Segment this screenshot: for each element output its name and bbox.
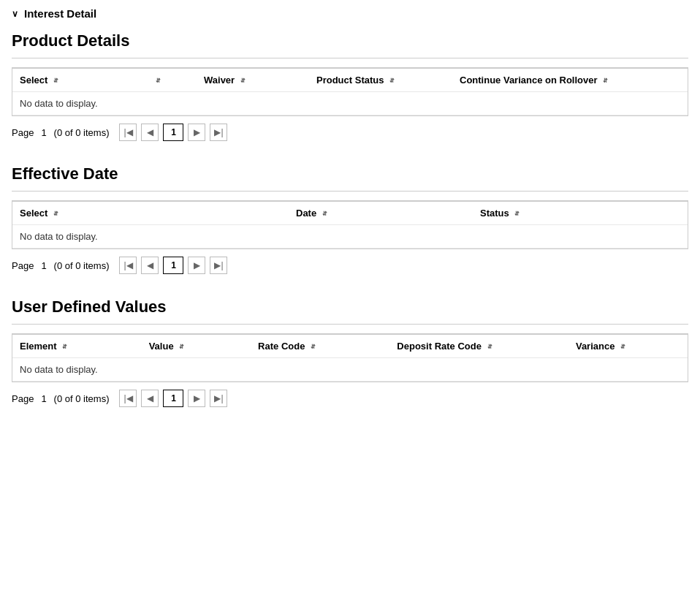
- effective-date-section: Effective Date Select ⇵ Date ⇵ Status ⇵: [12, 164, 688, 283]
- user-defined-values-pagination: Page 1 (0 of 0 items) |◀ ◀ 1 ▶ ▶|: [12, 385, 688, 416]
- user-defined-values-section: User Defined Values Element ⇵ Value ⇵ Ra…: [12, 297, 688, 416]
- product-details-last-page-button[interactable]: ▶|: [210, 124, 227, 141]
- sort-icon-variance-udv[interactable]: ⇵: [620, 344, 625, 350]
- col-header-select-ed[interactable]: Select ⇵: [12, 202, 289, 225]
- col-header-variance-udv[interactable]: Variance ⇵: [568, 335, 688, 358]
- col-header-element[interactable]: Element ⇵: [12, 335, 142, 358]
- effective-date-no-data-row: No data to display.: [12, 225, 688, 249]
- effective-date-current-page-button[interactable]: 1: [163, 257, 183, 274]
- sort-icon-waiver[interactable]: ⇵: [240, 78, 246, 84]
- user-defined-values-table-container: Element ⇵ Value ⇵ Rate Code ⇵ Deposit Ra…: [12, 333, 688, 382]
- col-header-spacer[interactable]: ⇵: [145, 69, 197, 92]
- effective-date-table: Select ⇵ Date ⇵ Status ⇵ No data to disp…: [12, 201, 688, 249]
- product-details-page-number: 1: [41, 127, 46, 138]
- product-details-header-row: Select ⇵ ⇵ Waiver ⇵ Product Status ⇵: [12, 69, 688, 92]
- col-header-product-status[interactable]: Product Status ⇵: [309, 69, 452, 92]
- sort-icon-date[interactable]: ⇵: [322, 211, 327, 217]
- user-defined-values-items-count: (0 of 0 items): [54, 393, 110, 404]
- interest-detail-title: Interest Detail: [24, 7, 96, 20]
- col-header-value[interactable]: Value ⇵: [142, 335, 251, 358]
- effective-date-next-page-button[interactable]: ▶: [188, 257, 205, 274]
- effective-date-items-count: (0 of 0 items): [54, 260, 110, 271]
- sort-icon-select-ed[interactable]: ⇵: [53, 211, 58, 217]
- sort-icon-rate-code[interactable]: ⇵: [311, 344, 316, 350]
- product-details-section: Product Details Select ⇵ ⇵ Waiver ⇵: [12, 31, 688, 150]
- user-defined-values-no-data-row: No data to display.: [12, 358, 688, 382]
- product-details-no-data-row: No data to display.: [12, 92, 688, 115]
- col-header-variance-rollover[interactable]: Continue Variance on Rollover ⇵: [452, 69, 688, 92]
- effective-date-pagination: Page 1 (0 of 0 items) |◀ ◀ 1 ▶ ▶|: [12, 252, 688, 283]
- sort-icon-element[interactable]: ⇵: [62, 344, 67, 350]
- product-details-items-count: (0 of 0 items): [54, 127, 110, 138]
- effective-date-title: Effective Date: [12, 164, 688, 183]
- sort-icon-value[interactable]: ⇵: [179, 344, 184, 350]
- col-header-waiver[interactable]: Waiver ⇵: [197, 69, 309, 92]
- effective-date-last-page-button[interactable]: ▶|: [210, 257, 227, 274]
- col-header-date[interactable]: Date ⇵: [289, 202, 473, 225]
- user-defined-values-no-data-cell: No data to display.: [12, 358, 688, 382]
- sort-icon-deposit-rate-code[interactable]: ⇵: [487, 344, 492, 350]
- product-details-page-label: Page: [12, 127, 34, 138]
- col-header-deposit-rate-code[interactable]: Deposit Rate Code ⇵: [389, 335, 568, 358]
- col-header-rate-code[interactable]: Rate Code ⇵: [251, 335, 389, 358]
- user-defined-values-header-row: Element ⇵ Value ⇵ Rate Code ⇵ Deposit Ra…: [12, 335, 688, 358]
- product-details-prev-page-button[interactable]: ◀: [141, 124, 159, 141]
- user-defined-values-next-page-button[interactable]: ▶: [188, 390, 205, 407]
- effective-date-no-data-cell: No data to display.: [12, 225, 688, 249]
- user-defined-values-current-page-button[interactable]: 1: [163, 390, 183, 407]
- product-details-current-page-button[interactable]: 1: [163, 124, 183, 141]
- effective-date-prev-page-button[interactable]: ◀: [141, 257, 159, 274]
- product-details-table: Select ⇵ ⇵ Waiver ⇵ Product Status ⇵: [12, 68, 688, 115]
- user-defined-values-page-label: Page: [12, 393, 34, 404]
- user-defined-values-last-page-button[interactable]: ▶|: [210, 390, 227, 407]
- user-defined-values-prev-page-button[interactable]: ◀: [141, 390, 159, 407]
- product-details-first-page-button[interactable]: |◀: [119, 124, 137, 141]
- col-header-select[interactable]: Select ⇵: [12, 69, 145, 92]
- sort-icon-spacer[interactable]: ⇵: [156, 78, 161, 84]
- product-details-no-data-cell: No data to display.: [12, 92, 688, 115]
- user-defined-values-table: Element ⇵ Value ⇵ Rate Code ⇵ Deposit Ra…: [12, 334, 688, 382]
- user-defined-values-title: User Defined Values: [12, 297, 688, 317]
- effective-date-page-label: Page: [12, 260, 34, 271]
- effective-date-table-container: Select ⇵ Date ⇵ Status ⇵ No data to disp…: [12, 200, 688, 249]
- sort-icon-variance-rollover[interactable]: ⇵: [603, 78, 608, 84]
- product-details-pagination: Page 1 (0 of 0 items) |◀ ◀ 1 ▶ ▶|: [12, 119, 688, 150]
- interest-detail-header[interactable]: ∨ Interest Detail: [12, 7, 688, 20]
- col-header-status-ed[interactable]: Status ⇵: [473, 202, 688, 225]
- product-details-table-container: Select ⇵ ⇵ Waiver ⇵ Product Status ⇵: [12, 67, 688, 116]
- sort-icon-select[interactable]: ⇵: [53, 78, 58, 84]
- effective-date-page-number: 1: [41, 260, 46, 271]
- user-defined-values-divider: [12, 324, 688, 325]
- product-details-title: Product Details: [12, 31, 688, 50]
- product-details-next-page-button[interactable]: ▶: [188, 124, 205, 141]
- product-details-divider: [12, 58, 688, 58]
- user-defined-values-page-number: 1: [41, 393, 46, 404]
- effective-date-header-row: Select ⇵ Date ⇵ Status ⇵: [12, 202, 688, 225]
- sort-icon-product-status[interactable]: ⇵: [389, 78, 395, 84]
- effective-date-first-page-button[interactable]: |◀: [119, 257, 137, 274]
- sort-icon-status-ed[interactable]: ⇵: [514, 211, 520, 217]
- effective-date-divider: [12, 191, 688, 192]
- user-defined-values-first-page-button[interactable]: |◀: [119, 390, 137, 407]
- chevron-down-icon: ∨: [12, 9, 18, 19]
